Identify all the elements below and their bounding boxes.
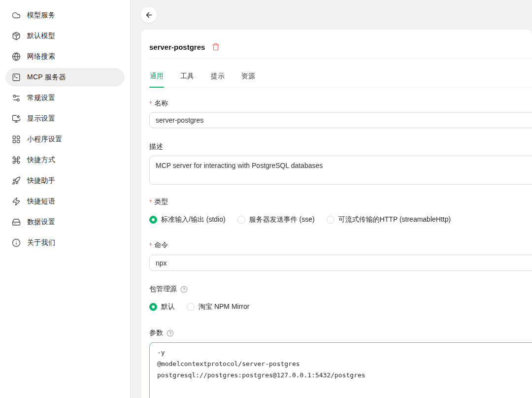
- sidebar-item-display-settings[interactable]: 显示设置: [0, 108, 130, 129]
- globe-icon: [12, 52, 21, 61]
- sidebar-item-model-services[interactable]: 模型服务: [0, 5, 130, 26]
- radio-circle: [149, 216, 157, 224]
- registry-radio-group: 默认 淘宝 NPM Mirror: [149, 302, 532, 312]
- sidebar-item-label: 默认模型: [27, 32, 55, 40]
- tab-general[interactable]: 通用: [149, 59, 164, 87]
- sidebar-item-label: 模型服务: [27, 11, 55, 20]
- info-icon: [12, 238, 21, 247]
- tab-tools[interactable]: 工具: [180, 59, 195, 87]
- radio-circle: [327, 216, 334, 224]
- sliders-icon: [12, 94, 21, 102]
- registry-label: 包管理源: [149, 284, 532, 294]
- description-textarea[interactable]: MCP server for interacting with PostgreS…: [149, 156, 532, 185]
- delete-server-button[interactable]: [212, 43, 220, 51]
- command-label: * 命令: [149, 240, 532, 250]
- package-icon: [12, 32, 21, 40]
- required-marker: *: [149, 241, 152, 249]
- mcp-server-detail-card: server-postgres 通用 工具 提示 资源 * 名称 描述 MCP …: [141, 30, 532, 398]
- radio-circle: [237, 216, 245, 224]
- args-help-icon[interactable]: [166, 330, 174, 337]
- command-input[interactable]: [149, 255, 532, 271]
- radio-sse[interactable]: 服务器发送事件 (sse): [237, 215, 315, 224]
- sidebar-item-shortcuts[interactable]: 快捷方式: [0, 150, 130, 170]
- radio-stdio[interactable]: 标准输入/输出 (stdio): [149, 215, 226, 224]
- grid-icon: [12, 135, 21, 144]
- sidebar-item-label: MCP 服务器: [27, 73, 66, 82]
- detail-tabs: 通用 工具 提示 资源: [149, 59, 532, 88]
- back-button[interactable]: [140, 6, 157, 23]
- type-label: * 类型: [149, 197, 532, 207]
- required-marker: *: [149, 198, 152, 206]
- rocket-icon: [12, 176, 21, 185]
- sidebar-item-label: 快捷短语: [27, 197, 55, 206]
- required-marker: *: [149, 100, 152, 107]
- zap-icon: [12, 197, 21, 206]
- command-icon: [12, 156, 21, 165]
- sidebar-item-label: 快捷方式: [27, 156, 55, 165]
- sidebar-item-miniapp-settings[interactable]: 小程序设置: [0, 129, 130, 150]
- name-label: * 名称: [149, 99, 532, 108]
- arrow-left-icon: [145, 11, 153, 19]
- sidebar-item-data-settings[interactable]: 数据设置: [0, 212, 130, 232]
- sidebar-item-default-model[interactable]: 默认模型: [0, 26, 130, 46]
- sidebar-item-label: 显示设置: [27, 114, 55, 123]
- settings-sidebar: 模型服务 默认模型 网络搜索 MCP 服务器: [0, 0, 131, 398]
- sidebar-item-web-search[interactable]: 网络搜索: [0, 46, 130, 67]
- sidebar-item-label: 常规设置: [27, 94, 55, 102]
- type-radio-group: 标准输入/输出 (stdio) 服务器发送事件 (sse) 可流式传输的HTTP…: [149, 215, 532, 225]
- sidebar-item-general-settings[interactable]: 常规设置: [0, 88, 130, 108]
- args-textarea[interactable]: -y @modelcontextprotocol/server-postgres…: [149, 342, 532, 398]
- args-label: 参数: [149, 328, 532, 338]
- radio-circle: [149, 303, 157, 311]
- radio-circle: [187, 303, 195, 311]
- radio-registry-default[interactable]: 默认: [149, 302, 175, 311]
- sidebar-item-quick-phrases[interactable]: 快捷短语: [0, 191, 130, 212]
- radio-registry-taobao[interactable]: 淘宝 NPM Mirror: [187, 302, 249, 311]
- sidebar-item-mcp-servers[interactable]: MCP 服务器: [0, 67, 130, 88]
- hard-drive-icon: [12, 218, 21, 227]
- registry-help-icon[interactable]: [180, 286, 188, 293]
- terminal-icon: [12, 73, 21, 82]
- tab-resources[interactable]: 资源: [241, 59, 256, 87]
- radio-streamable-http[interactable]: 可流式传输的HTTP (streamableHttp): [327, 215, 451, 224]
- name-input[interactable]: [149, 112, 532, 128]
- cloud-icon: [12, 11, 21, 20]
- sidebar-item-label: 网络搜索: [27, 52, 55, 61]
- tab-prompts[interactable]: 提示: [210, 59, 225, 87]
- sidebar-item-label: 小程序设置: [27, 135, 63, 144]
- sidebar-item-label: 快捷助手: [27, 176, 55, 185]
- sidebar-item-about-us[interactable]: 关于我们: [0, 232, 130, 253]
- sidebar-item-label: 关于我们: [27, 238, 55, 247]
- server-title-row: server-postgres: [149, 42, 532, 51]
- server-title: server-postgres: [149, 43, 205, 51]
- sidebar-item-label: 数据设置: [27, 218, 55, 227]
- description-label: 描述: [149, 142, 532, 152]
- trash-icon: [212, 43, 220, 51]
- monitor-gear-icon: [12, 114, 21, 123]
- sidebar-item-quick-assistant[interactable]: 快捷助手: [0, 170, 130, 191]
